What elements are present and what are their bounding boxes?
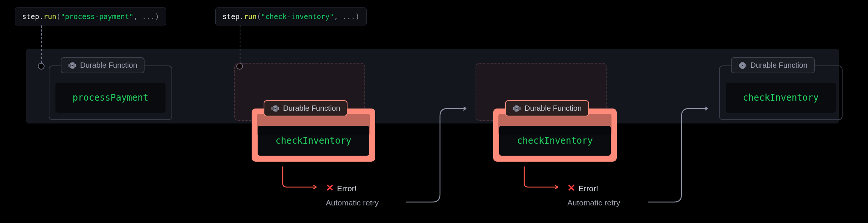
error-arrow <box>279 167 324 193</box>
code-token: "check-inventory" <box>261 12 334 21</box>
error-header-strip <box>257 114 370 135</box>
retry-arrow <box>644 107 715 208</box>
badge-label: Durable Function <box>525 104 582 113</box>
durable-function-card: Durable Function processPayment <box>49 65 172 120</box>
code-token: ( <box>57 12 61 21</box>
error-cross-icon: ✕ <box>567 182 576 193</box>
error-caption: ✕Error! Automatic retry <box>567 180 620 210</box>
svg-rect-14 <box>273 106 277 110</box>
code-token: step. <box>22 12 43 21</box>
durable-function-card-error: Durable Function checkInventory <box>252 109 375 162</box>
durable-function-card: Durable Function checkInventory <box>719 65 843 120</box>
badge-label: Durable Function <box>283 104 340 113</box>
badge-label: Durable Function <box>80 61 137 70</box>
durable-function-card-error: Durable Function checkInventory <box>493 109 617 162</box>
svg-rect-28 <box>515 106 519 110</box>
code-token: "process-payment" <box>61 12 133 21</box>
code-token: , ...) <box>334 12 359 21</box>
code-token: run <box>43 12 56 21</box>
function-name: checkInventory <box>726 83 836 113</box>
durable-function-badge: Durable Function <box>505 100 589 116</box>
cpu-icon <box>513 104 521 113</box>
error-label: Error! <box>579 184 598 193</box>
durable-function-badge: Durable Function <box>731 57 815 73</box>
code-token: run <box>244 12 257 21</box>
retry-arrow <box>403 107 474 208</box>
svg-rect-0 <box>70 63 75 67</box>
function-name: processPayment <box>55 83 166 113</box>
code-token: step. <box>222 12 244 21</box>
retry-label: Automatic retry <box>567 196 620 210</box>
code-token: , ...) <box>133 12 159 21</box>
svg-rect-29 <box>516 107 518 110</box>
svg-rect-43 <box>741 64 744 67</box>
error-caption: ✕Error! Automatic retry <box>326 180 379 210</box>
cpu-icon <box>271 104 279 113</box>
connector-line <box>240 25 240 63</box>
svg-rect-42 <box>741 63 745 67</box>
durable-function-badge: Durable Function <box>61 57 145 73</box>
code-snippet-process-payment: step.run("process-payment", ...) <box>15 7 166 25</box>
svg-rect-1 <box>71 64 73 67</box>
retry-label: Automatic retry <box>326 196 379 210</box>
connector-dot <box>38 63 45 70</box>
badge-label: Durable Function <box>750 61 807 70</box>
code-token: ( <box>257 12 261 21</box>
cpu-icon <box>68 61 76 70</box>
svg-rect-15 <box>274 107 276 110</box>
durable-function-badge: Durable Function <box>264 100 347 116</box>
error-arrow <box>521 167 565 193</box>
code-snippet-check-inventory: step.run("check-inventory", ...) <box>215 7 367 25</box>
error-cross-icon: ✕ <box>326 182 334 193</box>
error-header-strip <box>498 114 611 135</box>
connector-line <box>41 25 42 63</box>
cpu-icon <box>738 61 747 70</box>
error-label: Error! <box>337 184 357 193</box>
